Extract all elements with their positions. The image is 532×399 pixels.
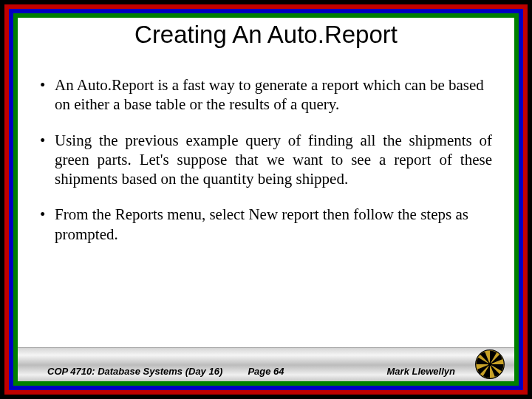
bullet-text: From the Reports menu, select New report… <box>55 205 492 244</box>
slide: Creating An Auto.Report • An Auto.Report… <box>0 0 532 399</box>
bullet-item: • Using the previous example query of fi… <box>40 131 492 189</box>
bullet-item: • An Auto.Report is a fast way to genera… <box>40 75 492 115</box>
footer-page: Page 64 <box>248 366 284 377</box>
bullet-text: Using the previous example query of find… <box>55 131 492 189</box>
bullet-text: An Auto.Report is a fast way to generate… <box>55 75 492 115</box>
footer-course: COP 4710: Database Systems (Day 16) <box>47 366 222 377</box>
slide-title: Creating An Auto.Report <box>18 21 514 49</box>
bullet-dot-icon: • <box>40 131 55 189</box>
bullet-item: • From the Reports menu, select New repo… <box>40 205 492 244</box>
footer-divider <box>18 347 514 349</box>
content-area: Creating An Auto.Report • An Auto.Report… <box>18 18 514 381</box>
footer-bar: COP 4710: Database Systems (Day 16) Page… <box>18 348 514 381</box>
footer-author: Mark Llewellyn <box>387 366 455 377</box>
bullet-dot-icon: • <box>40 205 55 244</box>
ucf-logo-icon <box>474 349 505 380</box>
slide-body: • An Auto.Report is a fast way to genera… <box>40 75 492 260</box>
bullet-dot-icon: • <box>40 75 55 115</box>
